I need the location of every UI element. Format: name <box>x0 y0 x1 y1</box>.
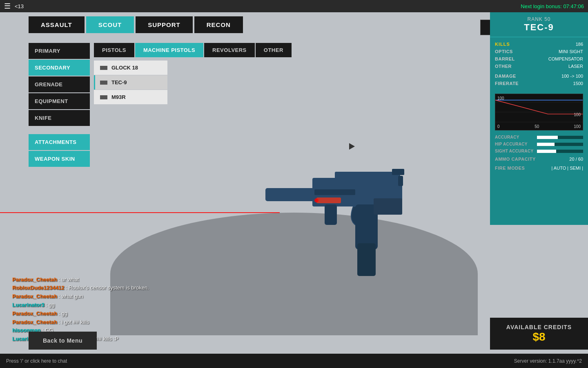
server-version-text: Server version: 1.1.7aa yyyy.^2 <box>514 358 582 364</box>
tab-recon[interactable]: RECON <box>194 16 243 33</box>
barrel-value: COMPENSATOR <box>548 56 583 61</box>
optics-label: OPTICS <box>495 49 513 54</box>
chat-username: Paradox_Cheetah <box>12 319 57 325</box>
firerate-label: FIRERATE <box>495 81 519 86</box>
class-tabs: ASSAULT SCOUT SUPPORT RECON <box>29 12 243 37</box>
tab-support[interactable]: SUPPORT <box>136 16 193 33</box>
chat-username: Paradox_Cheetah <box>12 310 57 316</box>
hip-accuracy-bar-fill <box>537 143 555 146</box>
cat-machine-pistols[interactable]: MACHINE PISTOLS <box>135 43 203 57</box>
gun-icon <box>100 95 107 99</box>
chat-sep: : <box>58 276 61 283</box>
weapon-label: GLOCK 18 <box>111 65 138 71</box>
svg-point-11 <box>314 198 318 202</box>
weapon-m93r[interactable]: M93R <box>94 90 167 104</box>
sidebar-grenade[interactable]: GRENADE <box>29 76 90 92</box>
cat-other[interactable]: OTHER <box>256 43 292 57</box>
svg-rect-12 <box>325 204 337 225</box>
press-to-chat-text[interactable]: Press '/' or click here to chat <box>6 358 67 364</box>
other-row: OTHER LASER <box>495 63 583 70</box>
chat-sep: : <box>66 285 69 291</box>
credits-value: $8 <box>496 330 582 343</box>
fire-modes-row: FIRE MODES | AUTO | SEMI | <box>490 164 588 173</box>
rank-text: RANK 50 <box>494 16 584 22</box>
svg-rect-3 <box>335 172 400 180</box>
chat-username: Paradox_Cheetah <box>12 276 57 283</box>
fire-modes-value: | AUTO | SEMI | <box>552 166 583 171</box>
damage-label: DAMAGE <box>495 74 516 79</box>
credits-label: AVAILABLE CREDITS <box>496 324 582 330</box>
right-panel: RANK 50 TEC-9 KILLS 186 OPTICS MINI SIGH… <box>490 12 588 225</box>
accuracy-label: ACCURACY <box>495 135 534 139</box>
cursor <box>349 143 355 150</box>
kills-label: KILLS <box>495 42 510 47</box>
topbar: ☰ <13 Next login bonus: 07:47:06 <box>0 0 588 12</box>
sight-accuracy-bar-fill <box>537 150 556 153</box>
chart-y-top: 100 <box>497 96 504 101</box>
svg-rect-10 <box>316 197 341 203</box>
accuracy-row: ACCURACY <box>490 134 588 141</box>
ammo-row: AMMO CAPACITY 20 / 60 <box>490 155 588 164</box>
chart-y-mid: 100 <box>574 112 581 117</box>
sight-accuracy-row: SIGHT ACCURACY <box>490 148 588 155</box>
chat-msg-5: Paradox_Cheetah : i got ## kills <box>12 318 167 327</box>
chat-text: gg <box>62 310 67 316</box>
chat-text: gg <box>49 302 55 308</box>
weapon-tec9[interactable]: TEC-9 <box>94 75 167 90</box>
optics-row: OPTICS MINI SIGHT <box>495 48 583 55</box>
weapon-list: GLOCK 18 TEC-9 M93R <box>94 61 167 105</box>
barrel-row: BARREL COMPENSATOR <box>495 55 583 63</box>
weapon-categories: PISTOLS MACHINE PISTOLS REVOLVERS OTHER <box>94 43 292 57</box>
left-sidebar: PRIMARY SECONDARY GRENADE EQUIPMENT KNIF… <box>29 43 90 168</box>
chat-msg-0: Paradox_Cheetah : ur what <box>12 276 167 284</box>
credits-panel: AVAILABLE CREDITS $8 <box>490 318 588 350</box>
attachments-button[interactable]: ATTACHMENTS <box>29 134 90 150</box>
weapon-skin-button[interactable]: WEAPON SKIN <box>29 151 90 167</box>
chart-x-right: 100 <box>574 124 581 129</box>
hip-accuracy-bar-bg <box>537 143 583 146</box>
bottom-bar: Press '/' or click here to chat Server v… <box>0 354 588 368</box>
tab-scout[interactable]: SCOUT <box>86 16 134 33</box>
fire-modes-label: FIRE MODES <box>495 166 525 171</box>
svg-rect-1 <box>265 188 314 201</box>
hip-accuracy-row: HIP ACCURACY <box>490 141 588 148</box>
chat-text: ur what <box>62 276 79 283</box>
ammo-label: AMMO CAPACITY <box>495 157 536 162</box>
sidebar-knife[interactable]: KNIFE <box>29 110 90 126</box>
damage-chart: 100 100 0 50 100 <box>495 94 583 130</box>
chat-username: RobloxDude1234412 <box>12 285 64 291</box>
cat-pistols[interactable]: PISTOLS <box>94 43 134 57</box>
chat-text: i got ## kills <box>62 319 89 325</box>
chat-sep: : <box>46 302 49 308</box>
optics-value: MINI SIGHT <box>559 49 583 54</box>
sight-accuracy-label: SIGHT ACCURACY <box>495 149 534 153</box>
back-to-menu-button[interactable]: Back to Menu <box>29 332 97 350</box>
gun-icon <box>100 81 107 85</box>
weapon-name-title: TEC-9 <box>494 22 584 33</box>
sidebar-primary[interactable]: PRIMARY <box>29 43 90 59</box>
cat-revolvers[interactable]: REVOLVERS <box>204 43 255 57</box>
weapon-glock18[interactable]: GLOCK 18 <box>94 61 167 75</box>
login-bonus: Next login bonus: 07:47:06 <box>521 3 584 9</box>
ammo-value: 20 / 60 <box>569 157 583 162</box>
accuracy-bar-bg <box>537 136 583 139</box>
weapon-label: M93R <box>111 94 126 100</box>
damage-value: 100 -> 100 <box>561 74 583 79</box>
tab-assault[interactable]: ASSAULT <box>29 16 85 33</box>
sidebar-secondary[interactable]: SECONDARY <box>29 60 90 76</box>
menu-icon[interactable]: ☰ <box>4 2 11 11</box>
chat-sep: : <box>58 310 61 316</box>
chat-msg-3: Lucarinator3 : gg <box>12 301 167 310</box>
svg-rect-6 <box>357 243 376 276</box>
sidebar-equipment[interactable]: EQUIPMENT <box>29 93 90 109</box>
other-value: LASER <box>568 64 583 69</box>
stats-section: KILLS 186 OPTICS MINI SIGHT BARREL COMPE… <box>490 37 588 90</box>
chat-msg-4: Paradox_Cheetah : gg <box>12 310 167 318</box>
chart-x-left: 0 <box>497 124 500 129</box>
damage-row: DAMAGE 100 -> 100 <box>495 72 583 80</box>
sight-accuracy-bar-bg <box>537 150 583 153</box>
chat-username: Lucarinator3 <box>12 302 45 308</box>
other-label: OTHER <box>495 64 512 69</box>
svg-rect-8 <box>398 176 403 186</box>
svg-rect-9 <box>314 189 355 195</box>
